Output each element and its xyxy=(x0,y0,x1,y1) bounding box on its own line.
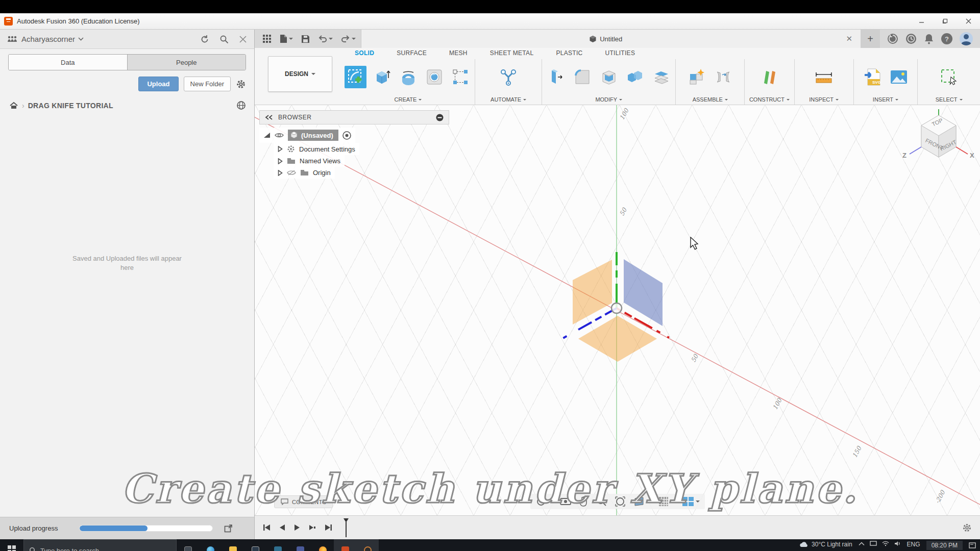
action-center-icon[interactable] xyxy=(969,542,976,548)
pattern-icon[interactable] xyxy=(450,66,472,88)
close-window-button[interactable] xyxy=(957,13,980,29)
visibility-off-icon[interactable] xyxy=(287,169,296,176)
group-label-assemble[interactable]: ASSEMBLE xyxy=(679,94,741,105)
browser-row-named-views[interactable]: Named Views xyxy=(274,155,345,167)
collapse-panel-icon[interactable] xyxy=(265,115,273,120)
expand-dialog-icon[interactable] xyxy=(224,524,233,533)
system-tray[interactable] xyxy=(859,541,901,546)
tab-solid[interactable]: SOLID xyxy=(355,49,374,57)
help-icon[interactable]: ? xyxy=(941,33,952,44)
taskbar-search[interactable]: Type here to search xyxy=(23,539,177,551)
tab-data[interactable]: Data xyxy=(9,55,128,70)
new-folder-button[interactable]: New Folder xyxy=(184,77,231,91)
browser-row-document-settings[interactable]: Document Settings xyxy=(274,143,359,155)
fusion-taskbar-icon[interactable] xyxy=(356,539,379,551)
breadcrumb-folder[interactable]: DRAG KNIFE TUTORIAL xyxy=(28,102,113,110)
taskbar-clock[interactable]: 08:20 PM xyxy=(926,541,963,550)
revolve-icon[interactable] xyxy=(397,66,419,88)
group-label-construct[interactable]: CONSTRUCT xyxy=(748,94,791,105)
browser-header[interactable]: BROWSER xyxy=(259,110,449,124)
chevron-down-icon[interactable] xyxy=(78,37,84,41)
browser-row-root[interactable]: (Unsaved) xyxy=(259,128,355,143)
app-icon-dark[interactable] xyxy=(266,539,289,551)
refresh-icon[interactable] xyxy=(200,35,209,44)
new-component-icon[interactable] xyxy=(685,66,708,88)
remove-filter-icon[interactable] xyxy=(436,114,444,121)
group-label-select[interactable]: SELECT xyxy=(921,94,977,105)
workspace-switcher[interactable]: DESIGN xyxy=(268,56,332,92)
globe-icon[interactable] xyxy=(236,101,246,110)
ms-store-icon[interactable] xyxy=(244,539,266,551)
group-label-inspect[interactable]: INSPECT xyxy=(798,94,850,105)
split-body-icon[interactable] xyxy=(650,66,672,88)
extrude-icon[interactable] xyxy=(371,66,393,88)
select-icon[interactable] xyxy=(938,66,960,88)
group-label-modify[interactable]: MODIFY xyxy=(545,94,672,105)
document-tab[interactable]: Untitled ✕ xyxy=(361,30,861,48)
start-button[interactable] xyxy=(0,539,23,551)
notifications-bell-icon[interactable] xyxy=(924,33,934,44)
network-icon[interactable] xyxy=(882,541,889,546)
root-component[interactable]: (Unsaved) xyxy=(288,130,338,141)
volume-icon[interactable] xyxy=(894,541,901,546)
account-name[interactable]: Acharyascorner xyxy=(21,35,75,43)
settings-gear-icon[interactable] xyxy=(236,79,246,89)
maximize-button[interactable] xyxy=(933,13,957,29)
view-cube[interactable]: TOP FRONT RIGHT Z X xyxy=(900,108,977,170)
tab-mesh[interactable]: MESH xyxy=(449,49,468,57)
extensions-icon[interactable] xyxy=(887,33,898,44)
origin-point[interactable] xyxy=(611,303,622,313)
timeline-skip-start-icon[interactable] xyxy=(263,523,271,532)
group-label-create[interactable]: CREATE xyxy=(345,94,472,105)
file-explorer-icon[interactable] xyxy=(222,539,244,551)
tab-sheet-metal[interactable]: SHEET METAL xyxy=(490,49,534,57)
timeline-step-forward-icon[interactable] xyxy=(308,523,316,532)
powerpoint-icon[interactable] xyxy=(334,539,356,551)
hole-icon[interactable] xyxy=(423,66,445,88)
insert-canvas-icon[interactable] xyxy=(888,66,910,88)
home-icon[interactable] xyxy=(9,102,18,110)
tab-people[interactable]: People xyxy=(128,55,246,70)
timeline-step-back-icon[interactable] xyxy=(279,523,286,532)
language-indicator[interactable]: ENG xyxy=(907,541,920,548)
task-view-icon[interactable] xyxy=(177,539,199,551)
group-label-automate[interactable]: AUTOMATE xyxy=(478,94,538,105)
combine-icon[interactable] xyxy=(624,66,646,88)
search-icon[interactable] xyxy=(219,35,229,44)
browser-row-origin[interactable]: Origin xyxy=(274,167,335,179)
chevron-up-icon[interactable] xyxy=(859,542,865,546)
automate-icon[interactable] xyxy=(497,66,520,88)
measure-icon[interactable] xyxy=(813,66,835,88)
job-status-clock-icon[interactable] xyxy=(905,33,917,44)
tab-plastic[interactable]: PLASTIC xyxy=(556,49,582,57)
press-pull-icon[interactable] xyxy=(545,66,567,88)
firefox-icon[interactable] xyxy=(311,539,334,551)
tab-utilities[interactable]: UTILITIES xyxy=(605,49,635,57)
close-tab-icon[interactable]: ✕ xyxy=(844,34,854,43)
construct-plane-icon[interactable] xyxy=(758,66,780,88)
expand-arrow-icon[interactable] xyxy=(278,146,283,152)
create-sketch-icon[interactable] xyxy=(345,66,366,88)
shell-icon[interactable] xyxy=(598,66,620,88)
expand-arrow-icon[interactable] xyxy=(278,158,283,164)
activate-radio-icon[interactable] xyxy=(342,131,351,140)
file-menu-button[interactable] xyxy=(280,34,293,43)
close-panel-icon[interactable] xyxy=(239,35,247,43)
photos-app-icon[interactable] xyxy=(289,539,311,551)
undo-button[interactable] xyxy=(318,35,333,42)
app-grid-icon[interactable] xyxy=(263,35,272,43)
viewport-canvas[interactable]: 100 50 50 100 150 -200 BROWSER xyxy=(255,105,980,515)
upload-button[interactable]: Upload xyxy=(138,77,178,91)
user-avatar[interactable] xyxy=(960,32,973,45)
insert-svg-icon[interactable]: SVG xyxy=(861,66,884,88)
taskbar-weather[interactable]: 30°C Light rain xyxy=(799,541,852,548)
minimize-button[interactable] xyxy=(910,13,933,29)
monitor-tray-icon[interactable] xyxy=(870,541,877,546)
visibility-eye-icon[interactable] xyxy=(275,132,284,138)
fillet-icon[interactable] xyxy=(572,66,594,88)
timeline-skip-end-icon[interactable] xyxy=(324,523,332,532)
joint-icon[interactable] xyxy=(712,66,734,88)
timeline-position-marker[interactable] xyxy=(342,518,350,537)
group-label-insert[interactable]: INSERT xyxy=(857,94,915,105)
redo-button[interactable] xyxy=(341,35,356,42)
